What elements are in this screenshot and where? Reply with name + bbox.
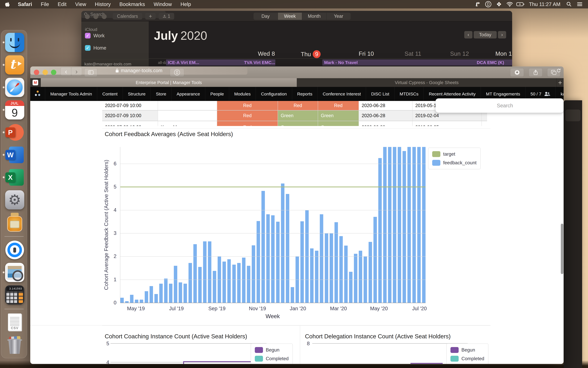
y-tick-6: 6 <box>102 161 117 166</box>
apple-menu-icon[interactable] <box>0 1 14 7</box>
admin-nav-manager-tools-admin[interactable]: Manager Tools Admin <box>45 87 97 101</box>
textexpander-icon[interactable]: t <box>473 0 482 8</box>
calendar-day-thu[interactable]: Thu9 <box>301 50 321 58</box>
today-button[interactable]: Today <box>474 31 497 38</box>
calendar-list-item-home[interactable]: ✓ Home <box>85 45 106 51</box>
admin-nav-conference-interest[interactable]: Conference Interest <box>318 87 366 101</box>
admin-nav-mtdiscs[interactable]: MTDISCs <box>395 87 424 101</box>
pinned-tab-gmail[interactable]: M <box>30 78 41 87</box>
menu-item-bookmarks[interactable]: Bookmarks <box>115 1 149 7</box>
admin-nav-configuration[interactable]: Configuration <box>256 87 292 101</box>
view-tab-year[interactable]: Year <box>326 13 351 20</box>
prev-week-button[interactable]: ‹ <box>464 31 472 38</box>
minimize-button[interactable] <box>93 14 98 19</box>
admin-nav-modules[interactable]: Modules <box>229 87 256 101</box>
search-icon[interactable] <box>564 0 573 8</box>
dock-icon-system-preferences[interactable]: ⚙ <box>5 190 24 209</box>
sidebar-toggle-button[interactable] <box>84 68 97 77</box>
zoom-button[interactable] <box>51 70 56 75</box>
dock-icon-onepassword[interactable] <box>5 240 24 259</box>
dropbox-icon[interactable]: ❖ <box>495 0 503 8</box>
menu-item-view[interactable]: View <box>71 1 90 7</box>
calendar-day-sun[interactable]: Sun12 <box>450 50 469 57</box>
background-window[interactable] <box>564 100 582 368</box>
admin-nav-disc-list[interactable]: DiSC List <box>366 87 395 101</box>
menu-item-edit[interactable]: Edit <box>53 1 71 7</box>
menu-clock[interactable]: Thu 11:27 AM <box>527 1 563 7</box>
admin-nav-reports[interactable]: Reports <box>292 87 318 101</box>
drupal-icon[interactable] <box>30 87 45 101</box>
calendar-day-wed[interactable]: Wed8 <box>258 50 275 57</box>
menu-app-name[interactable]: Safari <box>14 1 36 7</box>
forward-button[interactable]: › <box>71 67 82 76</box>
admin-nav-content[interactable]: Content <box>97 87 123 101</box>
checkbox-home[interactable]: ✓ <box>85 45 90 51</box>
calendar-day-sat[interactable]: Sat11 <box>405 50 421 57</box>
menu-item-file[interactable]: File <box>36 1 53 7</box>
dock-icon-finder[interactable] <box>5 33 24 52</box>
dock-icon-csv-document[interactable]: CSV <box>5 313 24 332</box>
dock-icon-trash[interactable] <box>5 335 24 355</box>
tab-virtual-cypress[interactable]: Virtual Cypress - Google Sheets <box>297 78 557 87</box>
admin-nav-people[interactable]: People <box>205 87 229 101</box>
menu-item-history[interactable]: History <box>90 1 115 7</box>
calendar-day-mon[interactable]: Mon13 <box>495 50 512 57</box>
running-indicator <box>3 86 4 88</box>
onepassword-icon[interactable] <box>484 0 493 8</box>
table-row[interactable]: 2020-07-09 10:00Kerry MRedGreenGreen2020… <box>102 121 487 126</box>
inbox-button[interactable]: 1 <box>159 13 174 19</box>
calendar-event[interactable]: TVA Virt EMC... <box>242 59 275 65</box>
tab-enterprise-portal[interactable]: Enterprise Portal | Manager Tools <box>41 78 297 87</box>
onepassword-extension-button[interactable] <box>170 68 184 77</box>
add-event-button[interactable]: + <box>145 13 156 19</box>
menu-item-help[interactable]: Help <box>176 1 195 7</box>
coaching-gridline-5 <box>110 343 267 344</box>
calendar-event[interactable]: DCA EMC (K) <box>467 59 512 65</box>
dock-icon-calculator[interactable]: 3.141593 <box>5 285 24 304</box>
dock-icon-jar-utility[interactable] <box>5 213 24 232</box>
dock-icon-excel[interactable]: X <box>5 168 24 187</box>
calendar-event[interactable]: Mark - No Travel <box>322 59 396 65</box>
table-row[interactable]: 2020-07-09 10:00RedRedRed2020-06-282019-… <box>102 101 487 110</box>
admin-nav-appearance[interactable]: Appearance <box>172 87 205 101</box>
calendar-day-fri[interactable]: Fri10 <box>359 50 374 57</box>
view-tab-month[interactable]: Month <box>302 13 326 20</box>
dock-icon-word[interactable]: W <box>5 145 24 165</box>
menu-item-window[interactable]: Window <box>149 1 176 7</box>
close-button[interactable] <box>34 70 39 75</box>
dock-icon-calendar[interactable]: JUL9 <box>5 100 24 120</box>
calendar-list-item-work[interactable]: ✓ Work <box>85 33 105 38</box>
close-button[interactable] <box>85 14 90 19</box>
zoom-button[interactable] <box>102 14 107 19</box>
dock-icon-powerpoint[interactable]: P <box>5 123 24 142</box>
dock-icon-preview[interactable] <box>5 263 24 282</box>
view-tab-week[interactable]: Week <box>278 13 302 20</box>
calendar-account-section: iCloud <box>85 27 97 32</box>
scrollbar-thumb[interactable] <box>561 224 563 274</box>
checkbox-work[interactable]: ✓ <box>85 33 90 38</box>
table-row[interactable]: 2020-07-09 10:00RedGreenGreen2020-06-282… <box>102 110 487 121</box>
next-week-button[interactable]: › <box>498 31 506 38</box>
minimize-button[interactable] <box>43 70 48 75</box>
battery-charging-icon[interactable] <box>516 0 525 8</box>
x-tick-1: May '19 <box>127 306 145 311</box>
desktop: Safari FileEditViewHistoryBookmarksWindo… <box>0 0 588 368</box>
admin-nav-store[interactable]: Store <box>151 87 172 101</box>
dock-icon-safari[interactable] <box>5 78 24 97</box>
calendar-event[interactable] <box>395 59 468 65</box>
wifi-icon[interactable] <box>505 0 514 8</box>
page-search-box[interactable]: Search <box>435 98 564 113</box>
list-icon[interactable] <box>575 0 584 8</box>
admin-nav-structure[interactable]: Structure <box>123 87 151 101</box>
new-tab-button[interactable]: + <box>557 78 564 87</box>
back-button[interactable]: ‹ <box>61 67 72 76</box>
running-indicator <box>3 176 4 178</box>
view-tab-day[interactable]: Day <box>253 13 278 20</box>
calendars-button[interactable]: Calendars <box>113 13 142 19</box>
calendar-event[interactable]: ICE-A Virt EM... <box>166 59 244 65</box>
share-button[interactable] <box>529 68 543 77</box>
downloads-button[interactable] <box>510 68 524 77</box>
table-cell-date2: 2019-06-25 <box>413 121 482 126</box>
tab-overview-button[interactable] <box>547 68 560 77</box>
dock-icon-textexpander[interactable]: t <box>5 55 24 74</box>
